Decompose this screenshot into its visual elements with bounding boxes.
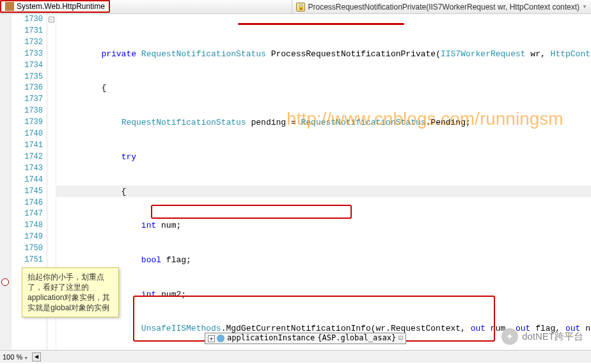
class-selector[interactable]: System.Web.HttpRuntime [0,0,110,13]
line-number: 1738 [12,106,43,117]
code-line: private RequestNotificationStatus Proces… [56,49,591,60]
line-number: 1746 [12,198,43,209]
line-number: 1733 [12,49,43,60]
debug-value-tooltip[interactable]: + applicationInstance {ASP.global_asax} … [205,333,406,344]
line-number: 1734 [12,60,43,72]
line-number: 1730 [12,14,43,26]
line-number: 1744 [12,175,43,186]
line-number: 1735 [12,72,43,83]
note-text: 抬起你的小手，划重点了，看好了这里的application对象实例，其实就是gl… [28,273,110,312]
wechat-icon: ✦ [501,328,518,345]
line-number: 1743 [12,163,43,175]
wechat-watermark: ✦ dotNET跨平台 [501,328,583,345]
line-number: 1740 [12,129,43,140]
wechat-label: dotNET跨平台 [522,331,583,343]
method-selector[interactable]: 🔒 ProcessRequestNotificationPrivate(IIS7… [292,0,591,13]
code-area[interactable]: private RequestNotificationStatus Proces… [56,14,591,350]
annotation-note: 抬起你的小手，划重点了，看好了这里的application对象实例，其实就是gl… [22,267,119,317]
line-number: 1739 [12,117,43,129]
line-number: 1751 [12,255,43,266]
fold-toggle[interactable]: − [49,17,54,22]
class-name-label: System.Web.HttpRuntime [17,2,105,11]
annotation-box-1 [151,205,352,219]
tooltip-value: {ASP.global_asax} [317,333,396,344]
field-icon [217,335,225,342]
bookmark-marker[interactable] [1,278,9,286]
code-line: RequestNotificationStatus pending = Requ… [56,117,591,129]
line-number: 1731 [12,26,43,37]
line-number: 1745 [12,186,43,198]
line-number: 1749 [12,232,43,243]
pin-icon[interactable]: ⊟ [398,333,403,344]
status-bar: 100 % ◀ [0,350,591,363]
breakpoint-margin[interactable] [0,14,12,350]
line-number: 1742 [12,152,43,163]
code-line: try [56,152,591,163]
code-line: { [56,83,591,94]
code-line: bool flag; [56,255,591,266]
annotation-underline [238,23,404,25]
lock-icon: 🔒 [296,3,305,12]
class-icon [5,2,14,11]
method-signature-label: ProcessRequestNotificationPrivate(IIS7Wo… [308,3,579,12]
line-number: 1732 [12,37,43,49]
line-number: 1748 [12,220,43,232]
line-number: 1736 [12,83,43,94]
line-number: 1750 [12,243,43,255]
code-line: int num2; [56,289,591,301]
line-number: 1737 [12,94,43,106]
code-line: int num; [56,220,591,232]
code-line: { [56,186,591,198]
scroll-left-button[interactable]: ◀ [32,352,41,361]
line-number: 1741 [12,140,43,152]
tooltip-variable: applicationInstance [227,333,315,344]
expand-icon[interactable]: + [208,335,215,342]
zoom-dropdown[interactable]: 100 % [3,353,28,361]
line-number: 1747 [12,209,43,220]
navigation-bar: System.Web.HttpRuntime 🔒 ProcessRequestN… [0,0,591,14]
